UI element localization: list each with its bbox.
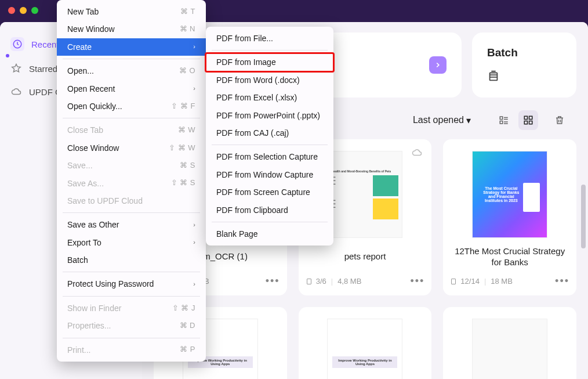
scrollbar[interactable] xyxy=(581,185,586,370)
menu-separator xyxy=(63,272,200,272)
document-card[interactable]: Improve Working Productivity in Using Ap… xyxy=(299,307,432,379)
menu-item-label: Export To xyxy=(67,236,101,249)
menu-item-shortcut: ⇧ ⌘ J xyxy=(172,302,195,315)
minimize-window-button[interactable] xyxy=(20,7,27,14)
menu-item[interactable]: Create› xyxy=(57,38,206,56)
close-window-button[interactable] xyxy=(8,7,15,14)
menu-item-shortcut: ⇧ ⌘ W xyxy=(169,142,195,154)
menu-item-shortcut: ⌘ N xyxy=(180,23,196,35)
menu-item-label: PDF from Selection Capture xyxy=(216,150,318,163)
menu-item[interactable]: PDF from Word (.docx) xyxy=(206,71,333,89)
menu-item[interactable]: Save as Other› xyxy=(57,216,206,233)
menu-item[interactable]: Close Window⇧ ⌘ W xyxy=(57,139,206,157)
active-indicator-dot xyxy=(6,54,9,57)
maximize-window-button[interactable] xyxy=(31,7,38,14)
document-card[interactable] xyxy=(443,307,576,379)
document-more-button[interactable]: ••• xyxy=(410,275,424,287)
sort-label-text: Last opened xyxy=(413,115,464,125)
menu-separator xyxy=(212,222,328,222)
menu-item-label: Open Recent xyxy=(67,82,115,95)
file-menu: New Tab⌘ TNew Window⌘ NCreate›Open...⌘ O… xyxy=(57,0,206,362)
menu-item[interactable]: Batch xyxy=(57,251,206,269)
svg-rect-1 xyxy=(490,73,498,81)
menu-item[interactable]: Export To› xyxy=(57,234,206,251)
document-meta: 3/6 | 4,8 MB ••• xyxy=(306,275,425,287)
caret-down-icon: ▾ xyxy=(466,115,471,126)
page-icon xyxy=(450,278,457,285)
clock-icon xyxy=(10,37,24,51)
menu-item[interactable]: PDF from PowerPoint (.pptx) xyxy=(206,107,333,124)
menu-item[interactable]: PDF from CAJ (.caj) xyxy=(206,124,333,142)
menu-item[interactable]: Protect Using Password› xyxy=(57,275,206,293)
sidebar-item-label: Starred xyxy=(29,64,57,74)
menu-item-label: Close Window xyxy=(67,142,119,154)
menu-item[interactable]: PDF from Screen Capture xyxy=(206,183,333,201)
document-more-button[interactable]: ••• xyxy=(555,275,569,287)
menu-item-shortcut: ⌘ T xyxy=(180,6,195,18)
batch-card-title: Batch xyxy=(487,46,561,59)
menu-item-shortcut: ⌘ D xyxy=(180,320,196,332)
chevron-right-icon: › xyxy=(193,84,195,94)
document-thumbnail xyxy=(472,319,547,379)
menu-item-label: Open... xyxy=(67,64,94,77)
menu-separator xyxy=(63,338,200,338)
menu-item-shortcut: ⌘ O xyxy=(179,65,195,77)
menu-item-label: New Window xyxy=(67,23,115,35)
svg-rect-7 xyxy=(529,121,532,124)
menu-item: Print...⌘ P xyxy=(57,341,206,359)
menu-item-label: Properties... xyxy=(67,319,111,332)
menu-item-label: Print... xyxy=(67,344,90,356)
menu-item: Properties...⌘ D xyxy=(57,317,206,334)
menu-item-label: PDF from File... xyxy=(216,32,273,45)
delete-button[interactable] xyxy=(550,110,569,130)
menu-item-label: PDF from Word (.docx) xyxy=(216,74,300,86)
svg-rect-3 xyxy=(500,121,503,124)
menu-item-label: Save to UPDF Cloud xyxy=(67,194,143,207)
menu-separator xyxy=(63,296,200,297)
menu-item[interactable]: Blank Page xyxy=(206,225,333,243)
view-list-button[interactable] xyxy=(494,110,514,130)
menu-item-label: PDF from Excel (.xlsx) xyxy=(216,91,297,104)
menu-item[interactable]: PDF from Excel (.xlsx) xyxy=(206,89,333,106)
svg-rect-6 xyxy=(524,121,527,124)
menu-item: Save...⌘ S xyxy=(57,157,206,174)
menu-item-label: Batch xyxy=(67,254,88,266)
chevron-right-icon: › xyxy=(193,220,195,230)
menu-item[interactable]: New Window⌘ N xyxy=(57,20,206,38)
svg-rect-5 xyxy=(529,116,532,119)
cloud-icon xyxy=(10,86,22,98)
svg-rect-4 xyxy=(524,116,527,119)
menu-item: Save As...⇧ ⌘ S xyxy=(57,175,206,192)
chevron-right-icon: › xyxy=(193,279,195,290)
menu-item[interactable]: New Tab⌘ T xyxy=(57,3,206,20)
menu-item[interactable]: PDF from File... xyxy=(206,30,333,47)
menu-item[interactable]: PDF from Window Capture xyxy=(206,166,333,183)
svg-rect-2 xyxy=(500,117,503,120)
menu-item[interactable]: Open Recent› xyxy=(57,80,206,98)
document-thumbnail: Health and Mood-Boosting Benefits of Pet… xyxy=(327,151,402,238)
menu-item-label: PDF from PowerPoint (.pptx) xyxy=(216,109,320,122)
chevron-right-icon: › xyxy=(193,42,195,52)
document-more-button[interactable]: ••• xyxy=(266,275,280,287)
chevron-right-icon: › xyxy=(193,237,195,248)
menu-item-label: Create xyxy=(67,41,92,53)
scrollbar-thumb[interactable] xyxy=(581,185,586,248)
document-pages: 3/6 xyxy=(316,277,326,286)
menu-item-label: Close Tab xyxy=(67,124,103,136)
menu-item[interactable]: Open...⌘ O xyxy=(57,62,206,80)
menu-item: Close Tab⌘ W xyxy=(57,121,206,139)
menu-separator xyxy=(63,59,200,59)
menu-item[interactable]: PDF from Selection Capture xyxy=(206,148,333,165)
batch-card[interactable]: Batch xyxy=(472,33,576,98)
sort-dropdown[interactable]: Last opened ▾ xyxy=(413,115,471,126)
menu-item[interactable]: PDF from Image xyxy=(206,53,333,71)
document-thumbnail: The Most Crucial Strategy for Banks and … xyxy=(472,151,547,238)
menu-item[interactable]: Open Quickly...⇧ ⌘ F xyxy=(57,98,206,115)
document-pages: 12/14 xyxy=(460,277,480,286)
document-size: 4,8 MB xyxy=(337,277,361,286)
document-card[interactable]: The Most Crucial Strategy for Banks and … xyxy=(443,139,576,295)
view-grid-button[interactable] xyxy=(518,110,538,130)
menu-item[interactable]: PDF from Clipboard xyxy=(206,201,333,219)
view-toggle-group xyxy=(494,110,538,130)
svg-rect-10 xyxy=(452,279,456,284)
